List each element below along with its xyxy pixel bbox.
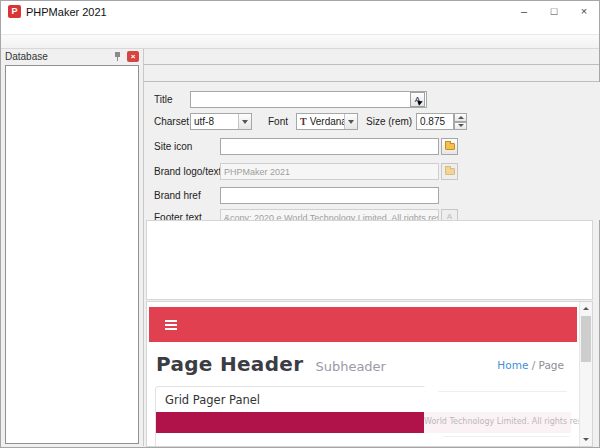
site-icon-label: Site icon bbox=[154, 141, 192, 152]
site-icon-input[interactable] bbox=[220, 138, 439, 155]
title-bar: P PHPMaker 2021 – □ × bbox=[1, 1, 599, 22]
font-select[interactable]: T Verdana bbox=[296, 113, 358, 130]
close-button[interactable]: × bbox=[569, 1, 599, 22]
hamburger-menu-icon[interactable] bbox=[165, 318, 177, 332]
window-controls: – □ × bbox=[509, 1, 599, 22]
spin-up-icon[interactable] bbox=[454, 113, 467, 122]
breadcrumb-separator: / bbox=[528, 359, 538, 371]
window-title: PHPMaker 2021 bbox=[26, 6, 107, 18]
brand-logo-label: Brand logo/text bbox=[154, 166, 221, 177]
brand-logo-input[interactable]: PHPMaker 2021 bbox=[220, 163, 439, 180]
breadcrumb: Home / Page bbox=[497, 359, 564, 371]
charset-select[interactable]: utf-8 bbox=[190, 113, 252, 130]
scrollbar-thumb[interactable] bbox=[581, 316, 591, 362]
theme-preview-pane: Page Header Subheader Home / Page Grid P… bbox=[146, 301, 593, 447]
pin-icon[interactable] bbox=[114, 52, 121, 61]
spin-down-icon[interactable] bbox=[454, 122, 467, 131]
scroll-up-icon[interactable] bbox=[580, 302, 592, 315]
menu-bar bbox=[1, 22, 599, 34]
main-tabstrip bbox=[144, 49, 599, 65]
database-panel-header: Database × bbox=[2, 49, 142, 63]
chevron-down-icon[interactable] bbox=[238, 114, 251, 129]
font-label: Font bbox=[268, 116, 288, 127]
brand-logo-value: PHPMaker 2021 bbox=[224, 167, 438, 177]
charset-value: utf-8 bbox=[194, 116, 238, 127]
brand-href-input[interactable] bbox=[220, 187, 439, 204]
preview-page-header: Page Header Subheader bbox=[156, 352, 386, 376]
breadcrumb-current: Page bbox=[539, 359, 564, 371]
size-label: Size (rem) bbox=[366, 116, 412, 127]
cursor-icon bbox=[417, 99, 423, 105]
database-panel: Database × bbox=[2, 49, 142, 446]
subheader-text: Subheader bbox=[315, 359, 386, 374]
preview-scrollbar[interactable] bbox=[579, 302, 592, 446]
size-input[interactable]: 0.875 bbox=[416, 113, 454, 130]
database-panel-title: Database bbox=[5, 51, 114, 62]
main-area: Title A Charset utf-8 Font T Verdana Siz… bbox=[143, 49, 599, 446]
toolbar bbox=[1, 34, 599, 49]
title-label: Title bbox=[154, 94, 173, 105]
font-glyph-icon: T bbox=[300, 116, 307, 127]
footer-text-overlay: World Technology Limited. All rights res… bbox=[424, 379, 577, 447]
html-subtabstrip bbox=[144, 65, 599, 82]
font-value: Verdana bbox=[310, 116, 344, 127]
title-input[interactable]: A bbox=[190, 91, 427, 108]
browse-site-icon-button[interactable] bbox=[441, 138, 458, 155]
folder-icon bbox=[445, 168, 455, 175]
multi-language-button[interactable]: A bbox=[410, 92, 425, 107]
brand-href-label: Brand href bbox=[154, 190, 201, 201]
size-value: 0.875 bbox=[420, 116, 453, 127]
page-header-text: Page Header bbox=[156, 352, 303, 376]
size-stepper[interactable] bbox=[454, 113, 467, 130]
general-settings-panel: Title A Charset utf-8 Font T Verdana Siz… bbox=[144, 82, 600, 220]
charset-label: Charset bbox=[154, 116, 189, 127]
overlay-text: World Technology Limited. All rights res… bbox=[424, 417, 593, 426]
preview-blank-area bbox=[146, 220, 593, 300]
database-object-list[interactable] bbox=[5, 65, 139, 444]
app-window: P PHPMaker 2021 – □ × Database × Title bbox=[0, 0, 600, 448]
folder-icon bbox=[445, 143, 455, 150]
minimize-button[interactable]: – bbox=[509, 1, 539, 22]
scroll-down-icon[interactable] bbox=[580, 433, 592, 446]
app-logo-icon: P bbox=[8, 5, 21, 18]
maximize-button[interactable]: □ bbox=[539, 1, 569, 22]
panel-close-icon[interactable]: × bbox=[127, 51, 139, 62]
browse-brand-logo-button[interactable] bbox=[441, 163, 458, 180]
breadcrumb-home-link[interactable]: Home bbox=[497, 359, 528, 371]
chevron-down-icon[interactable] bbox=[344, 114, 357, 129]
preview-navbar bbox=[149, 307, 577, 342]
